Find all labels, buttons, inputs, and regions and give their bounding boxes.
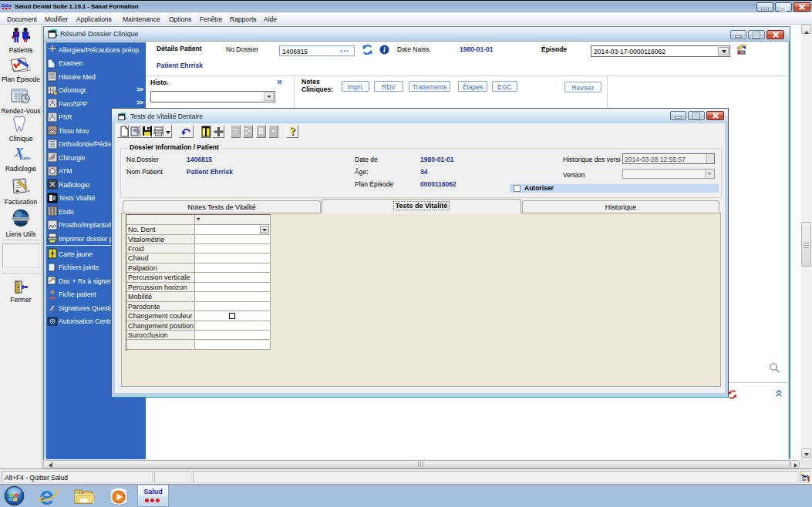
svg-text:e: e (39, 486, 54, 506)
svg-text:i: i (383, 45, 386, 54)
svg-text:Rays: Rays (19, 155, 31, 161)
svg-text:Salud: Salud (2, 3, 12, 8)
